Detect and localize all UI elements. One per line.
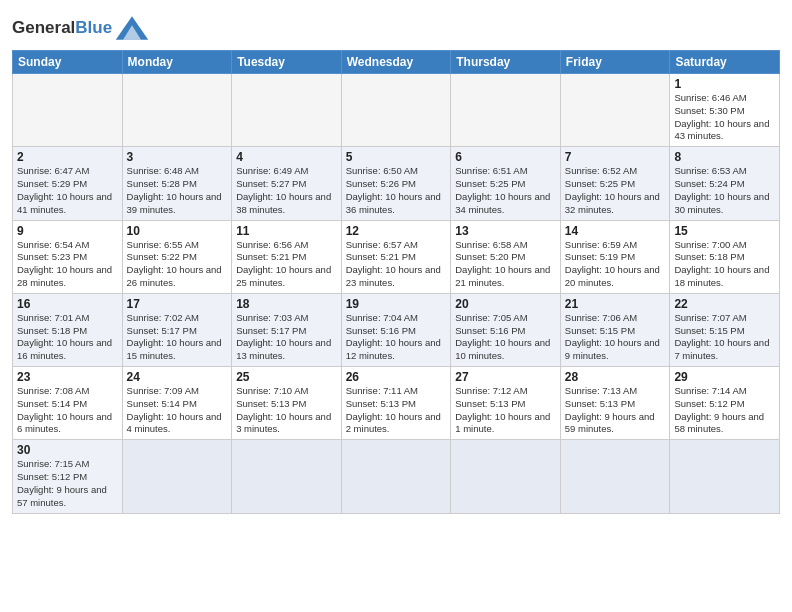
- calendar-week-5: 23Sunrise: 7:08 AMSunset: 5:14 PMDayligh…: [13, 367, 780, 440]
- calendar-week-2: 2Sunrise: 6:47 AMSunset: 5:29 PMDaylight…: [13, 147, 780, 220]
- empty-cell: [451, 440, 561, 513]
- day-cell-19: 19Sunrise: 7:04 AMSunset: 5:16 PMDayligh…: [341, 293, 451, 366]
- day-info-13: Sunrise: 6:58 AMSunset: 5:20 PMDaylight:…: [455, 239, 556, 290]
- day-number-6: 6: [455, 150, 556, 164]
- header-saturday: Saturday: [670, 51, 780, 74]
- day-info-18: Sunrise: 7:03 AMSunset: 5:17 PMDaylight:…: [236, 312, 337, 363]
- empty-cell: [341, 440, 451, 513]
- day-number-3: 3: [127, 150, 228, 164]
- calendar: Sunday Monday Tuesday Wednesday Thursday…: [12, 50, 780, 514]
- empty-cell: [451, 74, 561, 147]
- day-number-22: 22: [674, 297, 775, 311]
- day-cell-21: 21Sunrise: 7:06 AMSunset: 5:15 PMDayligh…: [560, 293, 670, 366]
- day-cell-5: 5Sunrise: 6:50 AMSunset: 5:26 PMDaylight…: [341, 147, 451, 220]
- day-info-21: Sunrise: 7:06 AMSunset: 5:15 PMDaylight:…: [565, 312, 666, 363]
- day-number-24: 24: [127, 370, 228, 384]
- day-cell-18: 18Sunrise: 7:03 AMSunset: 5:17 PMDayligh…: [232, 293, 342, 366]
- day-info-7: Sunrise: 6:52 AMSunset: 5:25 PMDaylight:…: [565, 165, 666, 216]
- day-info-27: Sunrise: 7:12 AMSunset: 5:13 PMDaylight:…: [455, 385, 556, 436]
- day-number-26: 26: [346, 370, 447, 384]
- day-number-8: 8: [674, 150, 775, 164]
- day-number-19: 19: [346, 297, 447, 311]
- day-info-2: Sunrise: 6:47 AMSunset: 5:29 PMDaylight:…: [17, 165, 118, 216]
- page: GeneralBlue Sunday Monday Tuesday Wednes…: [0, 0, 792, 612]
- day-info-28: Sunrise: 7:13 AMSunset: 5:13 PMDaylight:…: [565, 385, 666, 436]
- calendar-week-6: 30Sunrise: 7:15 AMSunset: 5:12 PMDayligh…: [13, 440, 780, 513]
- day-number-9: 9: [17, 224, 118, 238]
- empty-cell: [122, 74, 232, 147]
- day-number-29: 29: [674, 370, 775, 384]
- day-number-21: 21: [565, 297, 666, 311]
- day-number-28: 28: [565, 370, 666, 384]
- day-info-16: Sunrise: 7:01 AMSunset: 5:18 PMDaylight:…: [17, 312, 118, 363]
- day-cell-13: 13Sunrise: 6:58 AMSunset: 5:20 PMDayligh…: [451, 220, 561, 293]
- day-cell-23: 23Sunrise: 7:08 AMSunset: 5:14 PMDayligh…: [13, 367, 123, 440]
- header-sunday: Sunday: [13, 51, 123, 74]
- day-cell-20: 20Sunrise: 7:05 AMSunset: 5:16 PMDayligh…: [451, 293, 561, 366]
- day-cell-27: 27Sunrise: 7:12 AMSunset: 5:13 PMDayligh…: [451, 367, 561, 440]
- empty-cell: [232, 440, 342, 513]
- day-number-7: 7: [565, 150, 666, 164]
- day-cell-12: 12Sunrise: 6:57 AMSunset: 5:21 PMDayligh…: [341, 220, 451, 293]
- day-number-5: 5: [346, 150, 447, 164]
- calendar-week-1: 1Sunrise: 6:46 AMSunset: 5:30 PMDaylight…: [13, 74, 780, 147]
- header-monday: Monday: [122, 51, 232, 74]
- day-number-16: 16: [17, 297, 118, 311]
- day-info-8: Sunrise: 6:53 AMSunset: 5:24 PMDaylight:…: [674, 165, 775, 216]
- day-number-1: 1: [674, 77, 775, 91]
- day-number-30: 30: [17, 443, 118, 457]
- day-number-4: 4: [236, 150, 337, 164]
- header: GeneralBlue: [12, 10, 780, 42]
- day-number-10: 10: [127, 224, 228, 238]
- day-cell-25: 25Sunrise: 7:10 AMSunset: 5:13 PMDayligh…: [232, 367, 342, 440]
- day-number-20: 20: [455, 297, 556, 311]
- day-info-30: Sunrise: 7:15 AMSunset: 5:12 PMDaylight:…: [17, 458, 118, 509]
- day-cell-9: 9Sunrise: 6:54 AMSunset: 5:23 PMDaylight…: [13, 220, 123, 293]
- day-cell-7: 7Sunrise: 6:52 AMSunset: 5:25 PMDaylight…: [560, 147, 670, 220]
- day-info-3: Sunrise: 6:48 AMSunset: 5:28 PMDaylight:…: [127, 165, 228, 216]
- day-cell-11: 11Sunrise: 6:56 AMSunset: 5:21 PMDayligh…: [232, 220, 342, 293]
- empty-cell: [13, 74, 123, 147]
- day-info-14: Sunrise: 6:59 AMSunset: 5:19 PMDaylight:…: [565, 239, 666, 290]
- empty-cell: [560, 74, 670, 147]
- day-info-1: Sunrise: 6:46 AMSunset: 5:30 PMDaylight:…: [674, 92, 775, 143]
- day-info-6: Sunrise: 6:51 AMSunset: 5:25 PMDaylight:…: [455, 165, 556, 216]
- day-info-17: Sunrise: 7:02 AMSunset: 5:17 PMDaylight:…: [127, 312, 228, 363]
- day-number-12: 12: [346, 224, 447, 238]
- day-number-17: 17: [127, 297, 228, 311]
- day-info-23: Sunrise: 7:08 AMSunset: 5:14 PMDaylight:…: [17, 385, 118, 436]
- day-info-10: Sunrise: 6:55 AMSunset: 5:22 PMDaylight:…: [127, 239, 228, 290]
- empty-cell: [122, 440, 232, 513]
- day-number-15: 15: [674, 224, 775, 238]
- day-info-29: Sunrise: 7:14 AMSunset: 5:12 PMDaylight:…: [674, 385, 775, 436]
- logo-icon: [114, 14, 150, 42]
- day-cell-4: 4Sunrise: 6:49 AMSunset: 5:27 PMDaylight…: [232, 147, 342, 220]
- day-cell-2: 2Sunrise: 6:47 AMSunset: 5:29 PMDaylight…: [13, 147, 123, 220]
- day-info-12: Sunrise: 6:57 AMSunset: 5:21 PMDaylight:…: [346, 239, 447, 290]
- day-cell-26: 26Sunrise: 7:11 AMSunset: 5:13 PMDayligh…: [341, 367, 451, 440]
- day-number-18: 18: [236, 297, 337, 311]
- calendar-week-4: 16Sunrise: 7:01 AMSunset: 5:18 PMDayligh…: [13, 293, 780, 366]
- day-info-25: Sunrise: 7:10 AMSunset: 5:13 PMDaylight:…: [236, 385, 337, 436]
- day-cell-22: 22Sunrise: 7:07 AMSunset: 5:15 PMDayligh…: [670, 293, 780, 366]
- day-number-25: 25: [236, 370, 337, 384]
- day-cell-28: 28Sunrise: 7:13 AMSunset: 5:13 PMDayligh…: [560, 367, 670, 440]
- day-cell-14: 14Sunrise: 6:59 AMSunset: 5:19 PMDayligh…: [560, 220, 670, 293]
- day-info-19: Sunrise: 7:04 AMSunset: 5:16 PMDaylight:…: [346, 312, 447, 363]
- day-info-5: Sunrise: 6:50 AMSunset: 5:26 PMDaylight:…: [346, 165, 447, 216]
- day-cell-6: 6Sunrise: 6:51 AMSunset: 5:25 PMDaylight…: [451, 147, 561, 220]
- day-cell-24: 24Sunrise: 7:09 AMSunset: 5:14 PMDayligh…: [122, 367, 232, 440]
- day-cell-1: 1Sunrise: 6:46 AMSunset: 5:30 PMDaylight…: [670, 74, 780, 147]
- day-info-15: Sunrise: 7:00 AMSunset: 5:18 PMDaylight:…: [674, 239, 775, 290]
- day-cell-17: 17Sunrise: 7:02 AMSunset: 5:17 PMDayligh…: [122, 293, 232, 366]
- day-info-9: Sunrise: 6:54 AMSunset: 5:23 PMDaylight:…: [17, 239, 118, 290]
- empty-cell: [232, 74, 342, 147]
- day-number-27: 27: [455, 370, 556, 384]
- day-info-4: Sunrise: 6:49 AMSunset: 5:27 PMDaylight:…: [236, 165, 337, 216]
- day-cell-8: 8Sunrise: 6:53 AMSunset: 5:24 PMDaylight…: [670, 147, 780, 220]
- empty-cell: [670, 440, 780, 513]
- day-cell-3: 3Sunrise: 6:48 AMSunset: 5:28 PMDaylight…: [122, 147, 232, 220]
- empty-cell: [341, 74, 451, 147]
- header-wednesday: Wednesday: [341, 51, 451, 74]
- day-info-11: Sunrise: 6:56 AMSunset: 5:21 PMDaylight:…: [236, 239, 337, 290]
